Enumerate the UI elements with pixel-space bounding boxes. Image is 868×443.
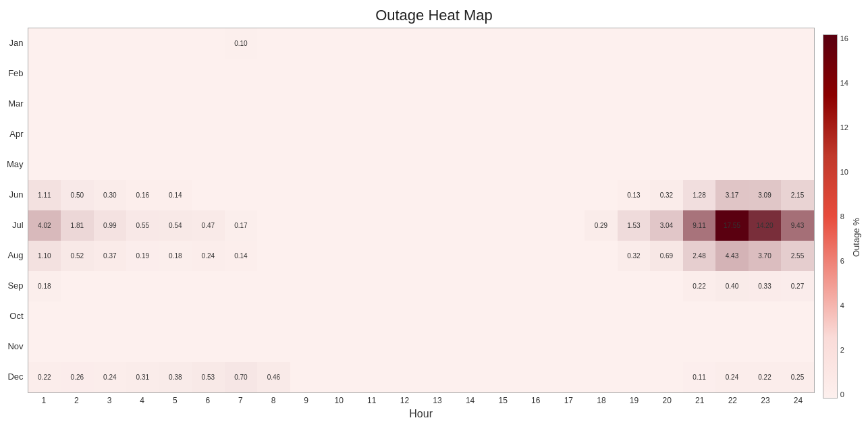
cell-value: 1.11 bbox=[38, 191, 51, 199]
cell-mar-2 bbox=[61, 89, 94, 119]
colorbar-label-10: 10 bbox=[840, 168, 848, 176]
cell-dec-11 bbox=[356, 362, 389, 392]
cell-dec-16 bbox=[519, 362, 552, 392]
cell-nov-1 bbox=[28, 332, 61, 362]
cell-may-6 bbox=[192, 150, 225, 180]
colorbar-container: 1614121086420 Outage % bbox=[823, 28, 861, 398]
cell-apr-14 bbox=[454, 119, 487, 150]
cell-value: 0.40 bbox=[726, 283, 738, 290]
cell-nov-10 bbox=[323, 332, 356, 362]
cell-mar-13 bbox=[421, 89, 454, 119]
cell-mar-11 bbox=[356, 89, 389, 119]
cell-value: 0.32 bbox=[627, 252, 640, 260]
cell-jun-20: 0.32 bbox=[650, 180, 683, 210]
cell-value: 0.24 bbox=[726, 374, 738, 381]
cell-jun-13 bbox=[421, 180, 454, 210]
cell-jan-13 bbox=[421, 28, 454, 59]
cell-nov-17 bbox=[552, 332, 585, 362]
cell-value: 0.99 bbox=[103, 222, 116, 229]
cell-value: 9.43 bbox=[791, 222, 804, 229]
cell-mar-8 bbox=[257, 89, 290, 119]
cell-value: 14.20 bbox=[756, 222, 773, 229]
cell-aug-1: 1.10 bbox=[28, 241, 61, 271]
x-label-15: 15 bbox=[487, 393, 520, 405]
x-label-22: 22 bbox=[716, 393, 749, 405]
cell-value: 0.70 bbox=[234, 374, 247, 381]
cell-apr-21 bbox=[683, 119, 716, 150]
cell-apr-11 bbox=[356, 119, 389, 150]
cell-oct-8 bbox=[257, 301, 290, 332]
cell-aug-10 bbox=[323, 241, 356, 271]
cell-value: 0.16 bbox=[136, 191, 149, 199]
cell-dec-18 bbox=[585, 362, 618, 392]
cell-dec-22: 0.24 bbox=[715, 362, 749, 392]
cell-jul-24: 9.43 bbox=[781, 210, 814, 241]
x-label-11: 11 bbox=[356, 393, 389, 405]
cell-apr-7 bbox=[225, 119, 258, 150]
cell-value: 0.14 bbox=[169, 191, 182, 199]
cell-value: 2.55 bbox=[791, 252, 804, 260]
heatmap-and-xaxis: 0.101.110.500.300.160.140.130.321.283.17… bbox=[28, 28, 815, 420]
cell-mar-21 bbox=[683, 89, 716, 119]
cell-oct-9 bbox=[290, 301, 323, 332]
cell-aug-14 bbox=[454, 241, 487, 271]
cell-nov-19 bbox=[618, 332, 651, 362]
cell-aug-3: 0.37 bbox=[94, 241, 127, 271]
cell-oct-6 bbox=[192, 301, 225, 332]
colorbar-row: 1614121086420 Outage % bbox=[823, 34, 861, 398]
cell-sep-4 bbox=[126, 271, 159, 301]
cell-aug-6: 0.24 bbox=[192, 241, 225, 271]
x-label-24: 24 bbox=[782, 393, 815, 405]
cell-may-23 bbox=[749, 150, 782, 180]
cell-sep-10 bbox=[323, 271, 356, 301]
cell-may-1 bbox=[28, 150, 61, 180]
cell-nov-15 bbox=[487, 332, 520, 362]
cell-may-18 bbox=[585, 150, 618, 180]
cell-oct-16 bbox=[519, 301, 552, 332]
cell-aug-7: 0.14 bbox=[225, 241, 258, 271]
cell-aug-11 bbox=[356, 241, 389, 271]
cell-value: 0.22 bbox=[693, 283, 705, 290]
cell-may-17 bbox=[552, 150, 585, 180]
cell-may-11 bbox=[356, 150, 389, 180]
cell-jun-19: 0.13 bbox=[618, 180, 651, 210]
cell-nov-18 bbox=[585, 332, 618, 362]
cell-mar-1 bbox=[28, 89, 61, 119]
cell-dec-8: 0.46 bbox=[257, 362, 290, 392]
cell-jan-20 bbox=[650, 28, 683, 59]
cell-oct-21 bbox=[683, 301, 716, 332]
cell-aug-8 bbox=[257, 241, 290, 271]
cell-jun-7 bbox=[225, 180, 258, 210]
x-label-5: 5 bbox=[159, 393, 192, 405]
cell-mar-10 bbox=[323, 89, 356, 119]
cell-value: 0.22 bbox=[38, 374, 51, 381]
cell-sep-5 bbox=[159, 271, 192, 301]
cell-sep-21: 0.22 bbox=[683, 271, 716, 301]
cell-aug-4: 0.19 bbox=[126, 241, 159, 271]
cell-sep-9 bbox=[290, 271, 323, 301]
cell-oct-5 bbox=[159, 301, 192, 332]
cell-value: 0.47 bbox=[202, 222, 215, 229]
cell-jul-4: 0.55 bbox=[126, 210, 159, 241]
cell-nov-5 bbox=[159, 332, 192, 362]
cell-jul-6: 0.47 bbox=[192, 210, 225, 241]
cell-nov-7 bbox=[225, 332, 258, 362]
cell-jan-16 bbox=[519, 28, 552, 59]
cell-value: 0.25 bbox=[791, 374, 804, 381]
cell-may-15 bbox=[487, 150, 520, 180]
y-label-may: May bbox=[7, 149, 24, 179]
cell-dec-19 bbox=[618, 362, 651, 392]
cell-jan-12 bbox=[388, 28, 421, 59]
cell-oct-1 bbox=[28, 301, 61, 332]
cell-oct-2 bbox=[61, 301, 94, 332]
cell-value: 0.17 bbox=[234, 222, 247, 229]
cell-value: 1.81 bbox=[71, 222, 84, 229]
cell-value: 3.09 bbox=[758, 191, 771, 199]
cell-aug-2: 0.52 bbox=[61, 241, 94, 271]
cell-value: 0.31 bbox=[136, 374, 149, 381]
cell-dec-17 bbox=[552, 362, 585, 392]
cell-value: 3.04 bbox=[660, 222, 673, 229]
cell-oct-20 bbox=[650, 301, 683, 332]
cell-value: 0.19 bbox=[136, 252, 149, 260]
cell-jul-5: 0.54 bbox=[159, 210, 192, 241]
